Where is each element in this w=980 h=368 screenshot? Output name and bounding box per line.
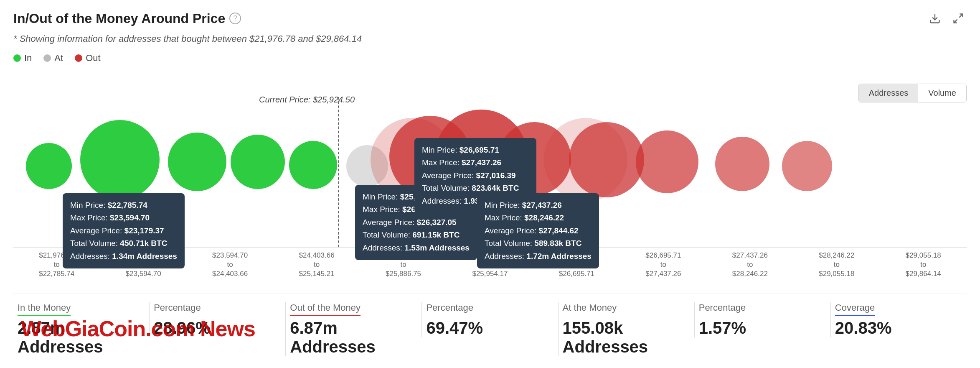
summary-value-pct-out: 69.47% (426, 319, 558, 337)
help-icon[interactable]: ? (229, 13, 241, 24)
summary-at-the-money: At the Money 155.08k Addresses (558, 302, 694, 356)
summary-out-the-money: Out of the Money 6.87m Addresses (285, 302, 421, 356)
x-label-5: $25,886.75to$25,954.17 (472, 251, 508, 279)
tooltip4-vol: 589.83k BTC (534, 239, 581, 248)
x-label-9: $28,246.22to$29,055.18 (819, 251, 854, 279)
current-price-line (338, 97, 339, 247)
expand-button[interactable] (950, 10, 967, 27)
bubble-red-5 (636, 130, 698, 193)
bubble-red-6 (715, 137, 769, 191)
x-label-6: $25,954.17to$26,695.71 (559, 251, 594, 279)
tooltip4-avg: $27,844.62 (539, 226, 579, 235)
legend-label-at: At (54, 53, 63, 64)
summary-label-out: Out of the Money (290, 302, 361, 316)
page-title: In/Out of the Money Around Price (13, 11, 225, 26)
x-label-3: $24,403.66to$25,145.21 (299, 251, 335, 279)
summary-coverage: Coverage 20.83% (830, 302, 967, 337)
legend-dot-out (75, 54, 82, 62)
summary-label-pct-out: Percentage (426, 302, 473, 316)
x-label-7: $26,695.71to$27,437.26 (645, 251, 681, 279)
summary-value-out: 6.87m Addresses (290, 319, 421, 356)
legend-label-in: In (24, 53, 32, 64)
summary-pct-out: Percentage 69.47% (421, 302, 558, 337)
header-icons (927, 10, 967, 27)
x-axis: $21,976.78to$22,785.74 $22,785.74to$23,5… (13, 251, 967, 279)
tooltip1-vol: 450.71k BTC (120, 239, 167, 248)
legend-out: Out (75, 53, 100, 64)
current-price-label: Current Price: $25,924.50 (259, 95, 355, 105)
bubble-green-1 (26, 143, 72, 189)
x-label-4: $25,145.21to$25,886.75 (386, 251, 421, 279)
summary-value-coverage: 20.83% (835, 319, 967, 337)
legend-label-out: Out (86, 53, 100, 64)
summary-label-in: In the Money (18, 302, 71, 316)
bubble-green-2 (80, 120, 160, 199)
header-left: In/Out of the Money Around Price ? (13, 11, 241, 26)
bubble-green-4 (231, 135, 285, 189)
x-label-0: $21,976.78to$22,785.74 (39, 251, 74, 279)
tooltip2-vol: 691.15k BTC (412, 230, 460, 239)
tooltip1-min: $22,785.74 (108, 201, 147, 210)
summary-value-at: 155.08k Addresses (563, 319, 694, 356)
header: In/Out of the Money Around Price ? (13, 10, 967, 27)
bubble-red-4 (569, 122, 644, 197)
x-label-8: $27,437.26to$28,246.22 (732, 251, 768, 279)
chart-area: Current Price: $25,924.50 IntoT Min (13, 72, 967, 248)
summary-pct-at: Percentage 1.57% (694, 302, 830, 337)
summary-label-pct-at: Percentage (699, 302, 746, 316)
summary-label-at: At the Money (563, 302, 617, 316)
watermark-text: WebGiaCoin.com News (21, 316, 255, 341)
tooltip4-max: $28,246.22 (524, 213, 564, 222)
bubble-red-7 (782, 141, 832, 191)
tooltip2-max: $26,695.71 (402, 205, 442, 214)
summary-label-coverage: Coverage (835, 302, 875, 316)
summary-value-pct-at: 1.57% (699, 319, 830, 337)
tooltip4-min: $27,437.26 (522, 201, 562, 210)
tooltip1-avg: $23,179.37 (124, 226, 164, 235)
legend: In At Out (13, 53, 967, 64)
summary-label-pct-in: Percentage (154, 302, 201, 316)
legend-dot-in (13, 54, 21, 62)
legend-dot-at (43, 54, 51, 62)
x-label-10: $29,055.18to$29,864.14 (906, 251, 941, 279)
bubble-green-5 (289, 141, 337, 189)
download-button[interactable] (927, 10, 943, 27)
legend-in: In (13, 53, 32, 64)
bubble-green-3 (168, 133, 226, 191)
subtitle: * Showing information for addresses that… (13, 33, 967, 44)
legend-at: At (43, 53, 63, 64)
svg-line-1 (959, 14, 962, 18)
svg-line-2 (954, 19, 957, 23)
tooltip2-avg: $26,327.05 (417, 218, 457, 227)
tooltip1-max: $23,594.70 (110, 213, 150, 222)
x-label-2: $23,594.70to$24,403.66 (212, 251, 248, 279)
watermark-overlay: WebGiaCoin.com News (21, 316, 255, 341)
x-label-1: $22,785.74to$23,594.70 (126, 251, 161, 279)
